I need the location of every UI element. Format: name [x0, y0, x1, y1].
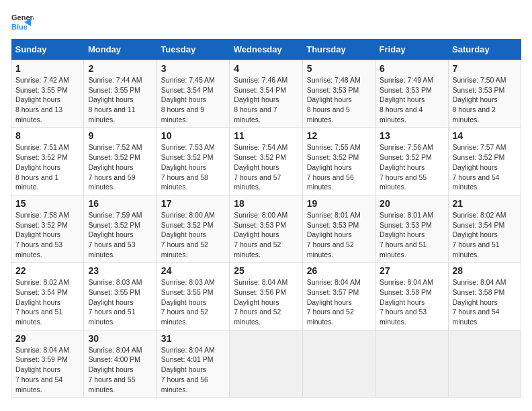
day-number: 31: [161, 333, 225, 344]
day-number: 6: [380, 63, 443, 74]
day-number: 26: [307, 265, 371, 276]
calendar-cell: 4Sunrise: 7:46 AMSunset: 3:54 PMDaylight…: [230, 60, 302, 128]
calendar-cell: 31Sunrise: 8:04 AMSunset: 4:01 PMDayligh…: [157, 330, 229, 397]
calendar-cell: 13Sunrise: 7:56 AMSunset: 3:52 PMDayligh…: [375, 128, 448, 195]
cell-info: Sunrise: 8:04 AMSunset: 4:00 PMDaylight …: [88, 345, 152, 394]
day-header-sunday: Sunday: [11, 39, 84, 60]
cell-info: Sunrise: 8:02 AMSunset: 3:54 PMDaylight …: [15, 277, 79, 326]
cell-info: Sunrise: 8:01 AMSunset: 3:53 PMDaylight …: [380, 210, 443, 259]
week-row-3: 15Sunrise: 7:58 AMSunset: 3:52 PMDayligh…: [11, 195, 521, 262]
cell-info: Sunrise: 8:03 AMSunset: 3:55 PMDaylight …: [88, 277, 152, 326]
cell-info: Sunrise: 7:45 AMSunset: 3:54 PMDaylight …: [161, 75, 225, 124]
calendar-cell: 18Sunrise: 8:00 AMSunset: 3:53 PMDayligh…: [230, 195, 302, 262]
calendar-cell: 3Sunrise: 7:45 AMSunset: 3:54 PMDaylight…: [157, 60, 229, 128]
calendar-cell: 22Sunrise: 8:02 AMSunset: 3:54 PMDayligh…: [11, 263, 84, 330]
calendar-header: SundayMondayTuesdayWednesdayThursdayFrid…: [11, 39, 521, 60]
day-number: 27: [380, 265, 443, 276]
cell-info: Sunrise: 7:56 AMSunset: 3:52 PMDaylight …: [380, 142, 443, 191]
day-number: 2: [88, 63, 152, 74]
calendar-cell: 19Sunrise: 8:01 AMSunset: 3:53 PMDayligh…: [302, 195, 375, 262]
calendar-cell: 30Sunrise: 8:04 AMSunset: 4:00 PMDayligh…: [84, 330, 157, 397]
day-number: 10: [161, 130, 225, 141]
svg-text:Blue: Blue: [11, 23, 28, 31]
calendar-cell: [375, 330, 448, 397]
day-number: 23: [88, 265, 152, 276]
cell-info: Sunrise: 7:53 AMSunset: 3:52 PMDaylight …: [161, 142, 225, 191]
week-row-5: 29Sunrise: 8:04 AMSunset: 3:59 PMDayligh…: [11, 330, 521, 397]
cell-info: Sunrise: 8:02 AMSunset: 3:54 PMDaylight …: [453, 210, 517, 259]
cell-info: Sunrise: 7:44 AMSunset: 3:55 PMDaylight …: [88, 75, 152, 124]
day-number: 1: [15, 63, 79, 74]
week-row-1: 1Sunrise: 7:42 AMSunset: 3:55 PMDaylight…: [11, 60, 521, 128]
calendar-cell: 27Sunrise: 8:04 AMSunset: 3:58 PMDayligh…: [375, 263, 448, 330]
page-header: General Blue: [11, 11, 521, 34]
cell-info: Sunrise: 8:04 AMSunset: 3:58 PMDaylight …: [380, 277, 443, 326]
calendar-cell: 16Sunrise: 7:59 AMSunset: 3:52 PMDayligh…: [84, 195, 157, 262]
cell-info: Sunrise: 7:54 AMSunset: 3:52 PMDaylight …: [234, 142, 298, 191]
day-number: 5: [307, 63, 371, 74]
cell-info: Sunrise: 7:50 AMSunset: 3:53 PMDaylight …: [453, 75, 517, 124]
cell-info: Sunrise: 8:00 AMSunset: 3:52 PMDaylight …: [161, 210, 225, 259]
calendar-cell: [448, 330, 521, 397]
day-number: 22: [15, 265, 79, 276]
cell-info: Sunrise: 8:04 AMSunset: 3:57 PMDaylight …: [307, 277, 371, 326]
calendar-cell: 11Sunrise: 7:54 AMSunset: 3:52 PMDayligh…: [230, 128, 302, 195]
day-number: 15: [15, 198, 79, 209]
day-header-wednesday: Wednesday: [230, 39, 302, 60]
cell-info: Sunrise: 7:51 AMSunset: 3:52 PMDaylight …: [15, 142, 79, 191]
cell-info: Sunrise: 7:57 AMSunset: 3:52 PMDaylight …: [453, 142, 517, 191]
day-number: 7: [453, 63, 517, 74]
cell-info: Sunrise: 8:04 AMSunset: 4:01 PMDaylight …: [161, 345, 225, 394]
calendar-cell: [230, 330, 302, 397]
week-row-2: 8Sunrise: 7:51 AMSunset: 3:52 PMDaylight…: [11, 128, 521, 195]
day-header-friday: Friday: [375, 39, 448, 60]
cell-info: Sunrise: 7:52 AMSunset: 3:52 PMDaylight …: [88, 142, 152, 191]
day-number: 9: [88, 130, 152, 141]
calendar-cell: 6Sunrise: 7:49 AMSunset: 3:53 PMDaylight…: [375, 60, 448, 128]
day-header-thursday: Thursday: [302, 39, 375, 60]
calendar-cell: 24Sunrise: 8:03 AMSunset: 3:55 PMDayligh…: [157, 263, 229, 330]
cell-info: Sunrise: 8:00 AMSunset: 3:53 PMDaylight …: [234, 210, 298, 259]
day-header-saturday: Saturday: [448, 39, 521, 60]
day-number: 11: [234, 130, 298, 141]
calendar-cell: 28Sunrise: 8:04 AMSunset: 3:58 PMDayligh…: [448, 263, 521, 330]
cell-info: Sunrise: 7:46 AMSunset: 3:54 PMDaylight …: [234, 75, 298, 124]
calendar-cell: 21Sunrise: 8:02 AMSunset: 3:54 PMDayligh…: [448, 195, 521, 262]
day-number: 13: [380, 130, 443, 141]
logo: General Blue: [11, 11, 34, 34]
calendar-cell: 15Sunrise: 7:58 AMSunset: 3:52 PMDayligh…: [11, 195, 84, 262]
calendar-cell: 5Sunrise: 7:48 AMSunset: 3:53 PMDaylight…: [302, 60, 375, 128]
calendar-cell: 29Sunrise: 8:04 AMSunset: 3:59 PMDayligh…: [11, 330, 84, 397]
day-header-monday: Monday: [84, 39, 157, 60]
calendar-cell: 2Sunrise: 7:44 AMSunset: 3:55 PMDaylight…: [84, 60, 157, 128]
day-number: 18: [234, 198, 298, 209]
day-number: 16: [88, 198, 152, 209]
calendar-cell: 25Sunrise: 8:04 AMSunset: 3:56 PMDayligh…: [230, 263, 302, 330]
cell-info: Sunrise: 8:01 AMSunset: 3:53 PMDaylight …: [307, 210, 371, 259]
days-of-week-row: SundayMondayTuesdayWednesdayThursdayFrid…: [11, 39, 521, 60]
calendar-cell: 9Sunrise: 7:52 AMSunset: 3:52 PMDaylight…: [84, 128, 157, 195]
calendar-cell: 14Sunrise: 7:57 AMSunset: 3:52 PMDayligh…: [448, 128, 521, 195]
cell-info: Sunrise: 7:48 AMSunset: 3:53 PMDaylight …: [307, 75, 371, 124]
day-number: 21: [453, 198, 517, 209]
calendar-cell: 26Sunrise: 8:04 AMSunset: 3:57 PMDayligh…: [302, 263, 375, 330]
cell-info: Sunrise: 7:42 AMSunset: 3:55 PMDaylight …: [15, 75, 79, 124]
cell-info: Sunrise: 8:04 AMSunset: 3:58 PMDaylight …: [453, 277, 517, 326]
calendar-cell: 7Sunrise: 7:50 AMSunset: 3:53 PMDaylight…: [448, 60, 521, 128]
day-number: 24: [161, 265, 225, 276]
calendar-cell: 1Sunrise: 7:42 AMSunset: 3:55 PMDaylight…: [11, 60, 84, 128]
calendar-cell: 23Sunrise: 8:03 AMSunset: 3:55 PMDayligh…: [84, 263, 157, 330]
cell-info: Sunrise: 7:55 AMSunset: 3:52 PMDaylight …: [307, 142, 371, 191]
cell-info: Sunrise: 8:04 AMSunset: 3:59 PMDaylight …: [15, 345, 79, 394]
cell-info: Sunrise: 8:03 AMSunset: 3:55 PMDaylight …: [161, 277, 225, 326]
day-number: 14: [453, 130, 517, 141]
day-header-tuesday: Tuesday: [157, 39, 229, 60]
cell-info: Sunrise: 7:59 AMSunset: 3:52 PMDaylight …: [88, 210, 152, 259]
cell-info: Sunrise: 8:04 AMSunset: 3:56 PMDaylight …: [234, 277, 298, 326]
calendar-cell: 10Sunrise: 7:53 AMSunset: 3:52 PMDayligh…: [157, 128, 229, 195]
day-number: 28: [453, 265, 517, 276]
day-number: 20: [380, 198, 443, 209]
logo-icon: General Blue: [11, 11, 34, 34]
day-number: 12: [307, 130, 371, 141]
calendar-cell: 12Sunrise: 7:55 AMSunset: 3:52 PMDayligh…: [302, 128, 375, 195]
